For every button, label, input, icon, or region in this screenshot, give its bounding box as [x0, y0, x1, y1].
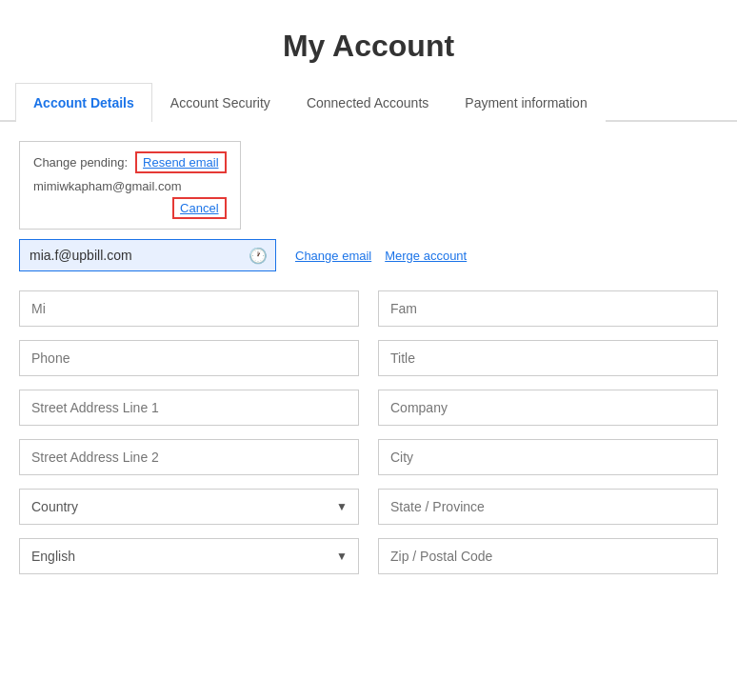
phone-input[interactable]	[19, 340, 359, 376]
tab-connected-accounts[interactable]: Connected Accounts	[289, 83, 447, 122]
merge-account-link[interactable]: Merge account	[385, 249, 467, 263]
tab-payment-information[interactable]: Payment information	[447, 83, 605, 122]
street1-input[interactable]	[19, 390, 359, 426]
country-select[interactable]: Country	[19, 489, 359, 525]
email-row: 🕐 Change email Merge account	[19, 239, 718, 271]
pending-email: mimiwkapham@gmail.com	[33, 179, 227, 193]
cancel-button[interactable]: Cancel	[172, 197, 226, 219]
language-select-wrapper: English ▼	[19, 538, 359, 574]
change-pending-label: Change pending:	[33, 155, 128, 170]
email-change-notice: Change pending: Resend email mimiwkapham…	[19, 141, 241, 230]
street2-input[interactable]	[19, 439, 359, 475]
form-grid: Country ▼ English ▼	[19, 290, 718, 574]
first-name-input[interactable]	[19, 290, 359, 327]
language-select[interactable]: English	[19, 538, 359, 574]
last-name-input[interactable]	[378, 290, 718, 327]
resend-email-button[interactable]: Resend email	[135, 151, 227, 173]
main-content: Change pending: Resend email mimiwkapham…	[0, 122, 737, 593]
email-input[interactable]	[20, 240, 275, 270]
tab-account-details[interactable]: Account Details	[15, 83, 152, 122]
page-title: My Account	[0, 0, 737, 83]
company-input[interactable]	[378, 390, 718, 426]
tab-account-security[interactable]: Account Security	[152, 83, 289, 122]
email-links: Change email Merge account	[295, 249, 467, 263]
tabs-bar: Account Details Account Security Connect…	[0, 83, 737, 122]
title-input[interactable]	[378, 340, 718, 376]
country-select-wrapper: Country ▼	[19, 489, 359, 525]
zip-input[interactable]	[378, 538, 718, 574]
city-input[interactable]	[378, 439, 718, 475]
email-input-wrapper: 🕐	[19, 239, 276, 271]
clock-icon: 🕐	[249, 247, 268, 265]
state-input[interactable]	[378, 489, 718, 525]
change-email-link[interactable]: Change email	[295, 249, 371, 263]
